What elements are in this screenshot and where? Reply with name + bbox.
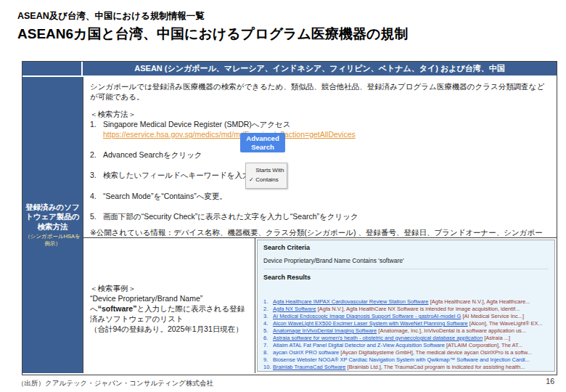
advanced-search-button[interactable]: Advanced Search: [240, 133, 285, 152]
result-number: 10.: [263, 364, 273, 371]
step-number: 2.: [90, 150, 103, 160]
result-device-link[interactable]: aycan OsiriX PRO software: [273, 349, 339, 356]
sidebar-row-header: 登録済みのソフトウェア製品の検索方法 （シンガポールHSAを例示）: [22, 77, 83, 373]
result-description: [AI Medical Service Inc...]: [461, 313, 524, 319]
result-device-link[interactable]: Atlaim ATAL Fat Panel Digital Detector a…: [273, 342, 445, 348]
panel-divider: [263, 269, 549, 269]
step-text: 画面下部の“Security Check”に表示された文字を入力し“Search…: [103, 211, 358, 221]
result-device-link[interactable]: Agfa NX Software: [273, 306, 316, 312]
step-text: 検索したいフィールドへキーワードを入力。: [103, 170, 258, 180]
table-content: シンガポールでは登録済み医療機器の検索ができるため、類似品、競合他社品、登録済み…: [83, 77, 557, 373]
result-number: 2.: [263, 306, 273, 313]
step-text: Singapore Medical Device Register (SMDR)…: [103, 119, 291, 129]
result-number: 4.: [263, 320, 273, 327]
option-label: Starts With: [255, 167, 284, 173]
result-description: [Anatomage, Inc.], InVivoDental is a sof…: [377, 327, 526, 334]
intro-text: シンガポールでは登録済み医療機器の検索ができるため、類似品、競合他社品、登録済み…: [90, 81, 550, 102]
result-number: 8.: [263, 349, 273, 356]
step-number: 5.: [90, 211, 103, 221]
page-title: ASEAN6カ国と台湾、中国におけるプログラム医療機器の規制: [17, 25, 408, 44]
search-criteria-value: Device Proprietary/Brand Name Contains '…: [263, 257, 549, 264]
result-number: 9.: [263, 356, 273, 364]
sidebar-subtitle: （シンガポールHSAを例示）: [25, 233, 81, 248]
result-row: 5.Anatomage InVivoDental Imaging Softwar…: [263, 327, 549, 335]
result-description: [Aycan Digitalsysteme GmbH], The medical…: [339, 349, 532, 356]
dropdown-option-contains[interactable]: ✓ Contains: [249, 176, 284, 185]
result-description: [Astraia ...]: [483, 335, 510, 341]
result-number: 1.: [263, 298, 273, 306]
result-row: 6.Astraia software for women's heath - o…: [263, 335, 549, 342]
example-description: へ“software”と入力した際に表示される登録済みソフトウェアのリスト: [90, 303, 249, 324]
smdr-results-screenshot: Search Criteria Device Proprietary/Brand…: [257, 240, 555, 372]
method-step-1: 1. Singapore Medical Device Register (SM…: [90, 119, 550, 129]
result-row: 8.aycan OsiriX PRO software [Aycan Digit…: [263, 349, 549, 356]
result-device-link[interactable]: Biosense Webster NOGA® XP Cardiac Naviga…: [273, 356, 530, 363]
result-number: 6.: [263, 335, 273, 342]
screenshot-cell: Search Criteria Device Proprietary/Brand…: [255, 238, 557, 373]
result-number: 5.: [263, 327, 273, 335]
advanced-search-button-line2: Search: [240, 143, 285, 152]
table-header-spacer: [22, 62, 83, 75]
result-description: [ATLAIM Corporation], The AT...: [445, 342, 522, 348]
example-field-name: “Device Proprietary/Brand Name”: [90, 293, 249, 303]
result-number: 7.: [263, 342, 273, 349]
result-row: 3.AI Medical Endoscopic Image Diagnosis …: [263, 313, 549, 320]
search-results-title: Search Results: [263, 274, 549, 281]
result-row: 1.Agfa Healthcare IMPAX Cardiovascular R…: [263, 298, 549, 306]
step-text: Advanced Searchをクリック: [103, 150, 202, 160]
page-number: 16: [546, 377, 554, 385]
example-heading: ＜検索事例＞: [90, 283, 249, 293]
result-description: [Brainlab Ltd.], The TraumaCad program i…: [345, 364, 525, 370]
example-count-note: （合計94の登録あり。2025年1月31日現在）: [90, 324, 249, 334]
step-number: 3.: [90, 170, 103, 180]
example-keyword: “software”: [98, 304, 137, 313]
result-row: 9.Biosense Webster NOGA® XP Cardiac Navi…: [263, 356, 549, 364]
regulation-table: ASEAN (シンガポール、マレーシア、インドネシア、フィリピン、ベトナム、タイ…: [22, 61, 557, 375]
result-device-link[interactable]: Agfa Healthcare IMPAX Cardiovascular Rev…: [273, 298, 429, 305]
search-example-cell: ＜検索事例＞ “Device Proprietary/Brand Name” へ…: [83, 238, 255, 373]
result-number: 3.: [263, 313, 273, 320]
search-results-list: 1.Agfa Healthcare IMPAX Cardiovascular R…: [263, 298, 549, 371]
method-heading: ＜検索方法＞: [90, 109, 550, 119]
search-criteria-title: Search Criteria: [263, 244, 549, 251]
result-row: 4.Alcon WaveLight EX500 Excimer Laser Sy…: [263, 320, 549, 327]
slide-kicker: ASEAN及び台湾、中国における規制情報一覧: [17, 10, 205, 23]
result-device-link[interactable]: Alcon WaveLight EX500 Excimer Laser Syst…: [273, 320, 468, 327]
step-number: 1.: [90, 119, 103, 129]
published-info-note: ※公開されている情報：デバイス名称、機器概要、クラス分類(シンガポール) 、登録…: [90, 227, 550, 238]
method-step-4: 4. “Search Mode”を“Contains”へ変更。: [90, 191, 550, 201]
result-row: 7.Atlaim ATAL Fat Panel Digital Detector…: [263, 342, 549, 349]
method-step-3: 3. 検索したいフィールドへキーワードを入力。: [90, 170, 550, 180]
result-row: 10.Brainlab TraumaCad Software [Brainlab…: [263, 364, 549, 371]
result-device-link[interactable]: Anatomage InVivoDental Imaging Software: [273, 327, 377, 334]
example-desc-prefix: へ: [90, 304, 98, 313]
table-lower-row: ＜検索事例＞ “Device Proprietary/Brand Name” へ…: [83, 238, 557, 373]
step-number: 4.: [90, 191, 103, 201]
result-row: 2.Agfa NX Software [Agfa N.V.], Agfa Hea…: [263, 306, 549, 313]
sidebar-title: 登録済みのソフトウェア製品の検索方法: [25, 203, 81, 232]
smdr-url-link[interactable]: https://eservice.hsa.gov.sg/medics/md/md…: [103, 129, 356, 139]
advanced-search-button-line1: Advanced: [240, 134, 285, 143]
search-mode-dropdown[interactable]: Starts With ✓ Contains: [245, 163, 287, 189]
dropdown-option-starts-with[interactable]: Starts With: [249, 166, 284, 176]
result-device-link[interactable]: Astraia software for women's heath - obs…: [273, 335, 483, 341]
result-description: [Alcon], The WaveLight® EX...: [468, 320, 543, 327]
method-step-2: 2. Advanced Searchをクリック: [90, 150, 550, 160]
step-text: “Search Mode”を“Contains”へ変更。: [103, 191, 227, 201]
result-device-link[interactable]: AI Medical Endoscopic Image Diagnosis Su…: [273, 313, 461, 319]
table-body: 登録済みのソフトウェア製品の検索方法 （シンガポールHSAを例示） シンガポール…: [22, 77, 557, 373]
option-label: Contains: [255, 176, 279, 183]
table-header-row: ASEAN (シンガポール、マレーシア、インドネシア、フィリピン、ベトナム、タイ…: [22, 62, 557, 77]
result-description: [Agfa Healthcare N.V.], Agfa Healthcare.…: [429, 298, 530, 305]
method-step-5: 5. 画面下部の“Security Check”に表示された文字を入力し“Sea…: [90, 211, 550, 221]
search-method-cell: シンガポールでは登録済み医療機器の検索ができるため、類似品、競合他社品、登録済み…: [83, 77, 557, 238]
result-description: [Agfa N.V.], Agfa HealthCare NX Software…: [316, 306, 520, 312]
source-note: （出所）クアルテック・ジャパン・コンサルティング株式会社: [17, 379, 213, 388]
table-header-label: ASEAN (シンガポール、マレーシア、インドネシア、フィリピン、ベトナム、タイ…: [83, 62, 557, 75]
check-icon: ✓: [249, 176, 254, 185]
result-device-link[interactable]: Brainlab TraumaCad Software: [273, 364, 345, 370]
